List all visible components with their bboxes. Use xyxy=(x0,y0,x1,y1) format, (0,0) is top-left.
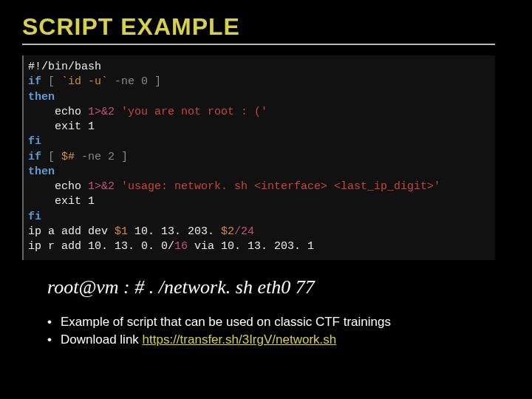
code-text: via 10. 13. 203. 1 xyxy=(188,240,314,253)
code-op: 1>&2 xyxy=(88,180,115,193)
code-text: 10. 13. 203. xyxy=(128,225,221,238)
download-link[interactable]: https://transfer.sh/3IrgV/network.sh xyxy=(143,332,337,347)
code-string: 'usage: network. sh <interface> <last_ip… xyxy=(115,180,440,193)
code-text: -ne 2 ] xyxy=(75,151,128,163)
code-text: ip r add 10. 13. 0. 0/ xyxy=(28,240,174,253)
code-text: echo xyxy=(28,106,88,118)
code-keyword: then xyxy=(28,166,55,178)
code-keyword: if xyxy=(28,151,41,163)
list-item: Download link https://transfer.sh/3IrgV/… xyxy=(47,332,510,347)
title-underline xyxy=(22,44,495,45)
code-num: 24 xyxy=(241,225,254,238)
command-example: root@vm : # . /network. sh eth0 77 xyxy=(47,276,510,299)
code-var: `id -u` xyxy=(61,75,108,88)
code-text: exit 1 xyxy=(28,120,95,133)
code-var: $2 xyxy=(221,225,234,238)
code-var: $1 xyxy=(115,225,128,238)
code-text: ip a add dev xyxy=(28,225,115,238)
slide: SCRIPT EXAMPLE #!/bin/bash if [ `id -u` … xyxy=(0,0,532,372)
code-text: echo xyxy=(28,180,88,193)
code-text: -ne 0 ] xyxy=(108,75,161,88)
code-line: #!/bin/bash xyxy=(28,61,101,73)
bullet-list: Example of script that can be used on cl… xyxy=(47,315,510,347)
code-num: 16 xyxy=(174,240,188,253)
code-op: 1>&2 xyxy=(88,106,115,118)
code-keyword: then xyxy=(28,91,55,103)
bullet-text: Example of script that can be used on cl… xyxy=(61,315,391,329)
code-op: / xyxy=(234,225,241,238)
list-item: Example of script that can be used on cl… xyxy=(47,315,510,330)
code-text: [ xyxy=(41,151,61,163)
code-text: exit 1 xyxy=(28,195,95,208)
code-keyword: if xyxy=(28,75,41,88)
page-title: SCRIPT EXAMPLE xyxy=(22,13,510,41)
code-text: [ xyxy=(41,75,61,88)
code-keyword: fi xyxy=(28,211,41,223)
code-block: #!/bin/bash if [ `id -u` -ne 0 ] then ec… xyxy=(22,55,495,260)
bullet-text: Download link xyxy=(61,332,143,347)
code-keyword: fi xyxy=(28,135,41,148)
code-var: $# xyxy=(61,151,75,163)
code-string: 'you are not root : (' xyxy=(115,106,267,118)
